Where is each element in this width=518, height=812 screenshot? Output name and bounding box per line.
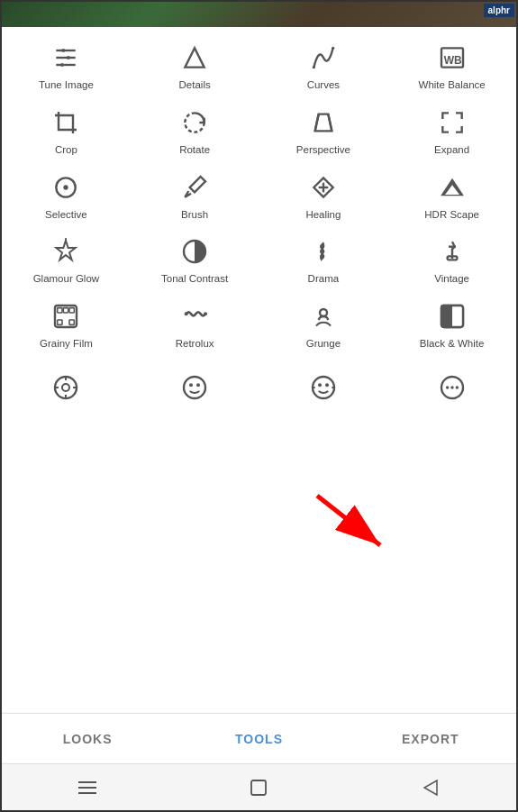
svg-rect-34 (58, 320, 62, 324)
vintage-label: Vintage (434, 273, 469, 286)
tune-image-label: Tune Image (39, 79, 94, 92)
android-menu-btn[interactable] (77, 777, 98, 798)
healing-label: Healing (305, 209, 341, 222)
grunge-icon (307, 300, 340, 333)
rotate-icon (178, 106, 211, 139)
tune-image-icon (50, 41, 82, 74)
tool-emoji[interactable] (259, 358, 388, 423)
hdr-scape-label: HDR Scape (424, 209, 479, 222)
svg-point-12 (313, 66, 315, 68)
tool-rotate[interactable]: Rotate (131, 99, 259, 164)
wb-icon: WB (436, 41, 468, 74)
android-nav (2, 763, 516, 810)
svg-point-57 (450, 386, 453, 388)
dots-icon (436, 371, 468, 404)
white-balance-label: White Balance (419, 79, 486, 92)
bottom-nav: LOOKS TOOLS EXPORT (2, 713, 516, 763)
svg-rect-32 (64, 308, 68, 313)
tonal-icon (178, 235, 211, 268)
svg-point-9 (67, 56, 70, 59)
tool-white-balance[interactable]: WB White Balance (387, 34, 516, 99)
tool-expand[interactable]: Expand (387, 99, 516, 164)
face-icon (178, 371, 211, 404)
bw-label: Black & White (420, 338, 485, 351)
tool-face[interactable] (131, 358, 259, 423)
crop-label: Crop (55, 144, 77, 157)
tool-black-white[interactable]: Black & White (387, 293, 516, 358)
tool-vintage[interactable]: Vintage (387, 228, 516, 293)
phone-frame: alphr Tune Image D (0, 0, 518, 812)
svg-rect-30 (55, 306, 77, 327)
tool-healing[interactable]: Healing (259, 164, 388, 229)
crop-icon (50, 106, 82, 139)
vintage-icon (436, 235, 468, 268)
tool-details[interactable]: Details (131, 34, 259, 99)
nav-export[interactable]: EXPORT (345, 714, 516, 763)
tool-dots[interactable] (387, 358, 516, 423)
tool-brush[interactable]: Brush (131, 164, 259, 229)
svg-point-42 (62, 384, 69, 391)
android-home-btn[interactable] (248, 777, 269, 798)
svg-point-13 (332, 47, 334, 50)
perspective-label: Perspective (296, 144, 350, 157)
grunge-label: Grunge (306, 338, 341, 351)
tool-retrolux[interactable]: Retrolux (131, 293, 259, 358)
tool-curves[interactable]: Curves (259, 34, 388, 99)
retrolux-icon (178, 300, 211, 333)
tool-selective[interactable]: Selective (2, 164, 131, 229)
svg-point-10 (60, 63, 64, 67)
tool-tonal-contrast[interactable]: Tonal Contrast (131, 228, 259, 293)
curves-icon (307, 41, 340, 74)
svg-point-52 (325, 383, 329, 387)
nav-looks[interactable]: LOOKS (2, 714, 173, 763)
retrolux-label: Retrolux (176, 338, 214, 351)
drama-label: Drama (308, 273, 340, 286)
tool-glamour-glow[interactable]: Glamour Glow (2, 228, 131, 293)
nav-tools[interactable]: TOOLS (173, 714, 344, 763)
glamour-icon (50, 235, 82, 268)
svg-point-56 (446, 386, 449, 388)
details-icon (178, 41, 211, 74)
svg-marker-25 (57, 241, 76, 260)
svg-line-17 (315, 114, 319, 131)
svg-text:WB: WB (443, 54, 461, 67)
bw-icon (436, 300, 468, 333)
brush-label: Brush (181, 209, 208, 222)
svg-line-18 (328, 114, 332, 131)
svg-point-8 (62, 49, 66, 52)
tool-film-extra[interactable] (2, 358, 131, 423)
tools-wrapper: Tune Image Details Curves WB White Balan… (2, 27, 516, 713)
svg-marker-11 (185, 48, 204, 67)
drama-icon (307, 235, 340, 268)
top-image (2, 2, 516, 27)
svg-point-20 (64, 185, 68, 189)
emoji-icon (307, 371, 340, 404)
rotate-label: Rotate (179, 144, 210, 157)
tool-perspective[interactable]: Perspective (259, 99, 388, 164)
svg-point-37 (204, 313, 207, 316)
alphr-badge: alphr (484, 4, 514, 17)
svg-point-38 (320, 309, 327, 316)
perspective-icon (307, 106, 340, 139)
tool-drama[interactable]: Drama (259, 228, 388, 293)
svg-rect-31 (58, 308, 62, 313)
healing-icon (307, 171, 340, 204)
expand-label: Expand (434, 144, 469, 157)
android-back-btn[interactable] (420, 777, 441, 798)
svg-rect-33 (69, 308, 74, 313)
tool-hdr-scape[interactable]: HDR Scape (387, 164, 516, 229)
selective-icon (50, 171, 82, 204)
grainy-film-label: Grainy Film (40, 338, 93, 351)
tool-grainy-film[interactable]: Grainy Film (2, 293, 131, 358)
tool-crop[interactable]: Crop (2, 99, 131, 164)
brush-icon (178, 171, 211, 204)
svg-point-51 (318, 383, 322, 387)
svg-marker-63 (424, 780, 437, 795)
tools-grid: Tune Image Details Curves WB White Balan… (2, 27, 516, 430)
tool-grunge[interactable]: Grunge (259, 293, 388, 358)
glamour-glow-label: Glamour Glow (33, 273, 100, 286)
tool-tune-image[interactable]: Tune Image (2, 34, 131, 99)
curves-label: Curves (307, 79, 340, 92)
svg-rect-50 (313, 377, 334, 398)
film-icon (50, 371, 82, 404)
